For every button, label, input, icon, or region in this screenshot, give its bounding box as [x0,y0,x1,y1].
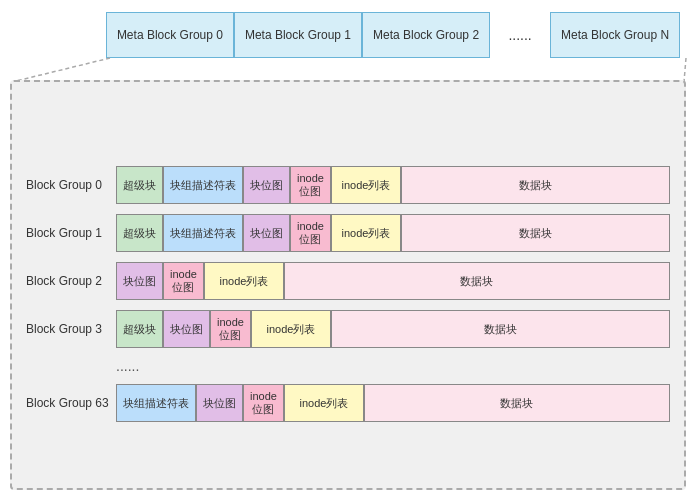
meta-block-2-label: Meta Block Group 2 [373,28,479,42]
cell-bitmap-2: 块位图 [116,262,163,300]
cell-data-63: 数据块 [364,384,670,422]
svg-line-0 [12,58,110,82]
block-group-63-cells: 块组描述符表 块位图 inode位图 inode列表 数据块 [116,384,670,422]
meta-block-ellipsis: ...... [490,12,550,58]
cell-inode-list-2: inode列表 [204,262,284,300]
cell-inode-list-3: inode列表 [251,310,331,348]
meta-block-n: Meta Block Group N [550,12,680,58]
cell-inode-map-3: inode位图 [210,310,251,348]
cell-bitmap-0: 块位图 [243,166,290,204]
cell-data-1: 数据块 [401,214,670,252]
meta-block-0: Meta Block Group 0 [106,12,234,58]
cell-bitmap-3: 块位图 [163,310,210,348]
cell-blockdesc-0: 块组描述符表 [163,166,243,204]
cell-blockdesc-63: 块组描述符表 [116,384,196,422]
block-group-row-0: Block Group 0 超级块 块组描述符表 块位图 inode位图 ino… [26,166,670,204]
meta-block-2: Meta Block Group 2 [362,12,490,58]
cell-inode-list-0: inode列表 [331,166,401,204]
block-group-row-63: Block Group 63 块组描述符表 块位图 inode位图 inode列… [26,384,670,422]
cell-superblock-1: 超级块 [116,214,163,252]
meta-block-0-label: Meta Block Group 0 [117,28,223,42]
block-group-63-label: Block Group 63 [26,396,116,410]
ellipsis-row: ...... [26,358,670,374]
block-group-3-cells: 超级块 块位图 inode位图 inode列表 数据块 [116,310,670,348]
block-group-row-1: Block Group 1 超级块 块组描述符表 块位图 inode位图 ino… [26,214,670,252]
cell-inode-list-1: inode列表 [331,214,401,252]
cell-data-2: 数据块 [284,262,670,300]
cell-inode-list-63: inode列表 [284,384,364,422]
ellipsis-label: ...... [116,358,139,374]
cell-bitmap-1: 块位图 [243,214,290,252]
block-group-0-label: Block Group 0 [26,178,116,192]
block-group-2-label: Block Group 2 [26,274,116,288]
cell-inode-map-2: inode位图 [163,262,204,300]
cell-superblock-3: 超级块 [116,310,163,348]
block-group-1-cells: 超级块 块组描述符表 块位图 inode位图 inode列表 数据块 [116,214,670,252]
cell-blockdesc-1: 块组描述符表 [163,214,243,252]
block-group-3-label: Block Group 3 [26,322,116,336]
block-group-0-cells: 超级块 块组描述符表 块位图 inode位图 inode列表 数据块 [116,166,670,204]
meta-block-1-label: Meta Block Group 1 [245,28,351,42]
cell-inode-map-1: inode位图 [290,214,331,252]
block-group-row-2: Block Group 2 块位图 inode位图 inode列表 数据块 [26,262,670,300]
meta-block-n-label: Meta Block Group N [561,28,669,42]
cell-data-0: 数据块 [401,166,670,204]
svg-line-1 [684,58,686,82]
meta-block-groups-row: Meta Block Group 0 Meta Block Group 1 Me… [100,12,686,58]
cell-superblock-0: 超级块 [116,166,163,204]
cell-inode-map-63: inode位图 [243,384,284,422]
cell-data-3: 数据块 [331,310,670,348]
cell-inode-map-0: inode位图 [290,166,331,204]
block-groups-inner: Block Group 0 超级块 块组描述符表 块位图 inode位图 ino… [26,166,670,474]
cell-bitmap-63: 块位图 [196,384,243,422]
block-group-row-3: Block Group 3 超级块 块位图 inode位图 inode列表 数据… [26,310,670,348]
block-groups-container: Block Group 0 超级块 块组描述符表 块位图 inode位图 ino… [10,80,686,490]
meta-block-ellipsis-label: ...... [508,27,531,43]
block-group-2-cells: 块位图 inode位图 inode列表 数据块 [116,262,670,300]
meta-block-1: Meta Block Group 1 [234,12,362,58]
block-group-1-label: Block Group 1 [26,226,116,240]
